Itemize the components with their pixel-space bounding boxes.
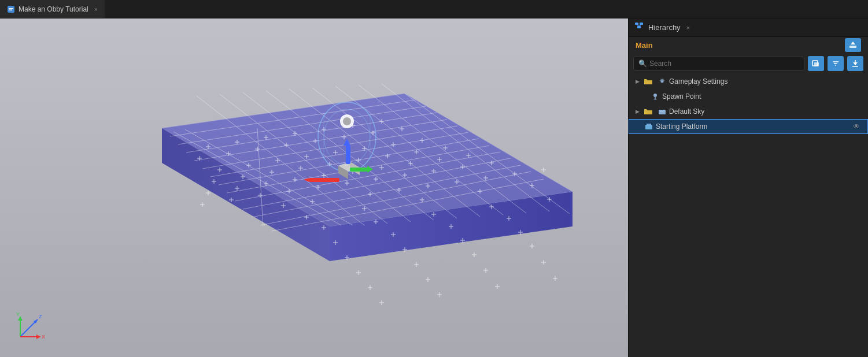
hierarchy-close-button[interactable]: × xyxy=(686,24,690,31)
expand-default-sky[interactable]: ▶ xyxy=(633,107,641,116)
hierarchy-panel: Hierarchy × Main 🔍 xyxy=(628,18,868,357)
svg-marker-247 xyxy=(851,42,855,44)
svg-text:Y: Y xyxy=(16,311,20,317)
default-sky-folder-icon xyxy=(644,107,653,116)
svg-text:X: X xyxy=(42,334,45,340)
main-content: X Y Z Hierarchy × Main xyxy=(0,18,868,357)
search-input-wrapper: 🔍 xyxy=(633,57,804,70)
svg-point-259 xyxy=(653,99,657,100)
svg-rect-1 xyxy=(9,8,13,9)
svg-rect-226 xyxy=(350,168,367,172)
svg-marker-237 xyxy=(36,334,40,339)
tree-item-default-sky[interactable]: ▶ Default Sky 👁 xyxy=(629,104,868,119)
svg-line-244 xyxy=(637,25,639,26)
svg-rect-2 xyxy=(9,9,12,10)
search-input[interactable] xyxy=(649,60,799,68)
search-bar: 🔍 xyxy=(629,53,868,74)
svg-rect-261 xyxy=(645,125,652,129)
svg-marker-235 xyxy=(18,317,23,321)
svg-rect-262 xyxy=(647,124,651,125)
upload-button[interactable] xyxy=(845,38,861,52)
viewport[interactable]: X Y Z xyxy=(0,18,628,357)
spawn-point-label: Spawn Point xyxy=(662,92,851,101)
starting-platform-icon xyxy=(644,122,653,131)
gameplay-settings-label: Gameplay Settings xyxy=(669,77,851,85)
filter-button[interactable] xyxy=(828,56,844,71)
svg-rect-241 xyxy=(635,23,638,25)
svg-point-257 xyxy=(653,94,657,97)
tree-item-spawn-point[interactable]: ▶ Spawn Point 👁 xyxy=(629,89,868,104)
tab-close-button[interactable]: × xyxy=(94,6,98,13)
starting-platform-label: Starting Platform xyxy=(656,122,850,131)
search-icon: 🔍 xyxy=(638,60,647,68)
svg-rect-249 xyxy=(814,62,819,66)
tab-bar: Make an Obby Tutorial × xyxy=(0,0,868,18)
svg-point-231 xyxy=(343,117,351,125)
scene-canvas xyxy=(0,18,628,357)
svg-rect-0 xyxy=(8,6,14,13)
svg-rect-243 xyxy=(637,26,641,28)
svg-rect-224 xyxy=(346,146,350,164)
hierarchy-icon xyxy=(634,22,644,33)
svg-rect-246 xyxy=(849,46,856,48)
svg-rect-228 xyxy=(309,178,339,182)
tree-container: ▶ Gameplay Settings 👁 ▶ xyxy=(629,74,868,357)
hierarchy-main-label: Main xyxy=(629,37,868,53)
svg-text:Z: Z xyxy=(39,314,42,319)
expand-gameplay-settings[interactable]: ▶ xyxy=(633,77,641,85)
axis-indicator: X Y Z xyxy=(12,311,46,345)
tree-item-gameplay-settings[interactable]: ▶ Gameplay Settings 👁 xyxy=(629,74,868,89)
svg-rect-242 xyxy=(640,23,643,25)
tree-item-starting-platform[interactable]: ▶ Starting Platform 👁 xyxy=(629,119,868,134)
main-label-text: Main xyxy=(636,41,653,50)
download-button[interactable] xyxy=(847,56,863,71)
svg-rect-260 xyxy=(659,110,666,114)
starting-platform-visibility-button[interactable]: 👁 xyxy=(850,120,863,133)
tab-icon xyxy=(7,5,15,13)
insert-object-button[interactable] xyxy=(808,56,824,71)
default-sky-label: Default Sky xyxy=(669,107,851,116)
gameplay-settings-folder-icon xyxy=(644,77,653,86)
tab-make-obby[interactable]: Make an Obby Tutorial × xyxy=(0,0,105,18)
gameplay-settings-gear-icon xyxy=(658,77,667,86)
hierarchy-title: Hierarchy xyxy=(648,23,681,32)
default-sky-icon xyxy=(658,107,667,116)
tab-title: Make an Obby Tutorial xyxy=(19,5,88,13)
svg-line-245 xyxy=(639,25,641,26)
hierarchy-header: Hierarchy × xyxy=(629,18,868,37)
spawn-point-icon xyxy=(651,92,660,101)
